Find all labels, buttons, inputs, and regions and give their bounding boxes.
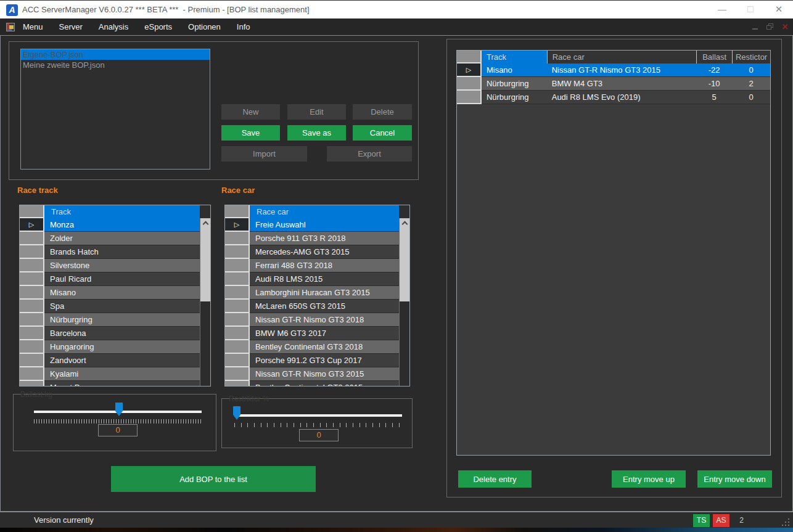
row-header[interactable] xyxy=(225,259,250,272)
bop-table-cell[interactable]: -10 xyxy=(696,77,732,91)
row-header[interactable] xyxy=(20,300,44,313)
row-header[interactable] xyxy=(457,91,482,104)
table-cell[interactable]: Hungaroring xyxy=(44,340,200,354)
bop-file-item[interactable]: Eigene-BOP.json xyxy=(21,49,210,60)
scroll-down-icon[interactable] xyxy=(400,384,409,387)
restrictor-slider[interactable] xyxy=(234,414,402,417)
menu-item-analysis[interactable]: Analysis xyxy=(91,18,136,35)
row-header[interactable] xyxy=(20,286,44,300)
current-row-marker-icon[interactable]: ▷ xyxy=(20,218,44,232)
bop-table-cell[interactable]: Audi R8 LMS Evo (2019) xyxy=(547,91,697,104)
menu-item-esports[interactable]: eSports xyxy=(136,18,180,35)
table-row[interactable]: Zolder xyxy=(20,232,200,245)
row-header[interactable] xyxy=(20,232,44,245)
delete-entry-button[interactable]: Delete entry xyxy=(458,470,532,488)
table-cell[interactable]: Mount Panorama xyxy=(44,381,200,387)
bop-table-cell[interactable]: 0 xyxy=(732,91,770,104)
bop-file-item[interactable]: Meine zweite BOP.json xyxy=(21,60,210,70)
row-header[interactable] xyxy=(225,381,250,387)
bop-file-list[interactable]: Eigene-BOP.jsonMeine zweite BOP.json xyxy=(20,49,210,170)
export-button[interactable]: Export xyxy=(327,146,412,162)
table-cell[interactable]: Paul Ricard xyxy=(44,272,200,286)
scroll-up-icon[interactable] xyxy=(200,218,210,229)
menu-item-menu[interactable]: Menu xyxy=(15,18,51,35)
new-button[interactable]: New xyxy=(221,104,280,120)
restrictor-value-field[interactable]: 0 xyxy=(299,429,339,441)
table-cell[interactable]: Ferrari 488 GT3 2018 xyxy=(250,259,399,272)
header-restictor[interactable]: Restictor xyxy=(732,51,770,63)
row-header[interactable] xyxy=(225,340,250,354)
table-row[interactable]: Brands Hatch xyxy=(20,245,200,259)
menu-item-optionen[interactable]: Optionen xyxy=(180,18,229,35)
scrollbar-thumb[interactable] xyxy=(200,229,210,301)
scroll-up-icon[interactable] xyxy=(400,218,409,229)
bop-list-table[interactable]: Track Race car Ballast Restictor ▷Misano… xyxy=(456,50,771,456)
table-row[interactable]: Nissan GT-R Nismo GT3 2018 xyxy=(225,313,399,327)
row-header[interactable] xyxy=(20,313,44,327)
current-row-marker-icon[interactable]: ▷ xyxy=(457,63,482,77)
table-row[interactable]: Barcelona xyxy=(20,327,200,340)
table-cell[interactable]: McLaren 650S GT3 2015 xyxy=(250,300,399,313)
table-row[interactable]: Bentley Continental GT3 2018 xyxy=(225,340,399,354)
table-cell[interactable]: Bentley Continental GT3 2018 xyxy=(250,340,399,354)
table-cell[interactable]: Brands Hatch xyxy=(44,245,200,259)
row-header[interactable] xyxy=(225,232,250,245)
table-cell[interactable]: Porsche 911 GT3 R 2018 xyxy=(250,232,399,245)
table-cell[interactable]: Mercedes-AMG GT3 2015 xyxy=(250,245,399,259)
table-cell[interactable]: Audi R8 LMS 2015 xyxy=(250,272,399,286)
table-row[interactable]: Nissan GT-R Nismo GT3 2015 xyxy=(225,367,399,381)
add-bop-button[interactable]: Add BOP to the list xyxy=(111,466,316,492)
table-row[interactable]: BMW M6 GT3 2017 xyxy=(225,327,399,340)
ballast-value-field[interactable]: 0 xyxy=(98,424,138,436)
restrictor-slider-thumb[interactable] xyxy=(233,406,240,420)
row-header[interactable] xyxy=(225,245,250,259)
child-restore-icon[interactable] xyxy=(766,23,775,31)
bop-table-cell[interactable]: 5 xyxy=(696,91,732,104)
current-row-marker-icon[interactable]: ▷ xyxy=(225,218,250,232)
table-row[interactable]: Spa xyxy=(20,300,200,313)
table-cell[interactable]: Monza xyxy=(44,218,200,232)
header-track[interactable]: Track xyxy=(482,51,547,63)
entry-move-up-button[interactable]: Entry move up xyxy=(612,470,686,488)
table-row[interactable]: Hungaroring xyxy=(20,340,200,354)
entry-move-down-button[interactable]: Entry move down xyxy=(697,470,772,488)
row-header[interactable] xyxy=(225,327,250,340)
delete-button[interactable]: Delete xyxy=(353,104,412,120)
row-header[interactable] xyxy=(225,300,250,313)
table-cell[interactable]: Misano xyxy=(44,286,200,300)
row-header[interactable] xyxy=(225,272,250,286)
table-cell[interactable]: Zolder xyxy=(44,232,200,245)
row-header[interactable] xyxy=(20,367,44,381)
bop-table-cell[interactable]: -22 xyxy=(696,63,732,77)
table-cell[interactable]: Silverstone xyxy=(44,259,200,272)
race-car-grid[interactable]: Race car ▷Freie AuswahlPorsche 911 GT3 R… xyxy=(224,205,410,387)
bop-table-cell[interactable]: 2 xyxy=(732,77,770,91)
row-header[interactable] xyxy=(457,77,482,91)
save-as-button[interactable]: Save as xyxy=(287,125,346,141)
table-row[interactable]: Porsche 991.2 GT3 Cup 2017 xyxy=(225,354,399,367)
row-header[interactable] xyxy=(20,245,44,259)
bop-table-row[interactable]: NürburgringBMW M4 GT3-102 xyxy=(457,77,770,91)
save-button[interactable]: Save xyxy=(221,125,280,141)
table-row[interactable]: Bentley Continental GT3 2015 xyxy=(225,381,399,387)
car-scrollbar[interactable] xyxy=(399,218,409,387)
menu-item-server[interactable]: Server xyxy=(51,18,91,35)
table-cell[interactable]: Barcelona xyxy=(44,327,200,340)
cancel-button[interactable]: Cancel xyxy=(353,125,412,141)
row-header[interactable] xyxy=(20,272,44,286)
child-minimize-icon[interactable] xyxy=(751,23,760,31)
table-cell[interactable]: BMW M6 GT3 2017 xyxy=(250,327,399,340)
bop-table-row[interactable]: ▷MisanoNissan GT-R Nismo GT3 2015-220 xyxy=(457,63,770,77)
scroll-down-icon[interactable] xyxy=(200,384,210,387)
table-cell[interactable]: Spa xyxy=(44,300,200,313)
table-row[interactable]: Misano xyxy=(20,286,200,300)
table-row[interactable]: Mercedes-AMG GT3 2015 xyxy=(225,245,399,259)
table-cell[interactable]: Porsche 991.2 GT3 Cup 2017 xyxy=(250,354,399,367)
import-button[interactable]: Import xyxy=(221,146,307,162)
edit-button[interactable]: Edit xyxy=(287,104,346,120)
header-ballast[interactable]: Ballast xyxy=(696,51,732,63)
row-header[interactable] xyxy=(20,354,44,367)
row-header[interactable] xyxy=(225,313,250,327)
table-cell[interactable]: Kyalami xyxy=(44,367,200,381)
table-row[interactable]: Paul Ricard xyxy=(20,272,200,286)
